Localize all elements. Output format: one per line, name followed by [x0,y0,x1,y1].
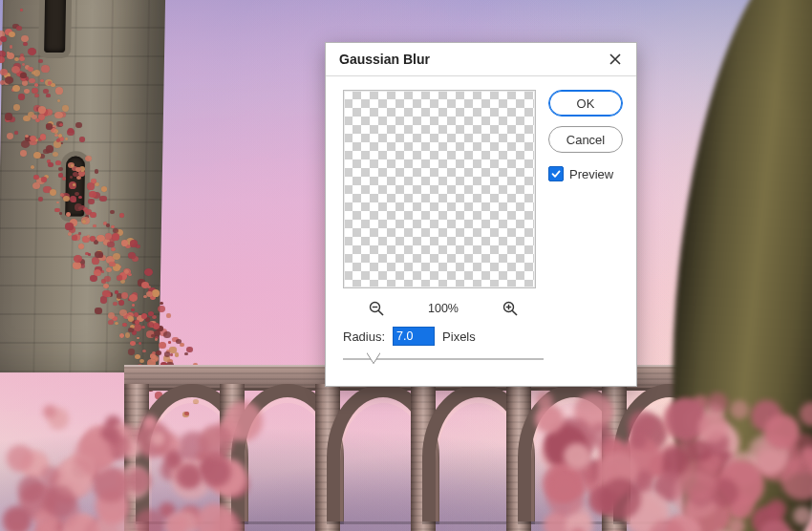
ok-button[interactable]: OK [548,90,623,117]
close-icon [609,53,621,65]
checkmark-icon [551,169,561,179]
dialog-titlebar[interactable]: Gaussian Blur [326,43,636,76]
zoom-in-icon [502,300,519,317]
cancel-button-label: Cancel [566,133,605,147]
stone-bridge [124,365,716,531]
radius-row: Radius: Pixels [343,327,623,346]
radius-slider[interactable] [343,350,544,369]
ok-button-label: OK [577,96,595,111]
preview-checkbox-label: Preview [569,167,613,181]
zoom-in-button[interactable] [502,300,519,317]
svg-line-4 [512,310,517,315]
zoom-controls: 100% [343,298,544,327]
radius-input[interactable] [393,327,435,346]
gaussian-blur-dialog: Gaussian Blur 100% [325,42,637,387]
svg-line-1 [378,310,383,315]
slider-thumb[interactable] [367,352,380,363]
preview-checkbox[interactable] [548,166,564,181]
radius-unit: Pixels [442,329,476,344]
castle-tower [0,0,166,372]
preview-checkbox-row[interactable]: Preview [548,166,623,181]
radius-label: Radius: [343,329,385,344]
dialog-title: Gaussian Blur [339,52,430,67]
filter-preview[interactable] [343,90,536,288]
cancel-button[interactable]: Cancel [548,126,623,153]
zoom-out-icon [368,300,385,317]
zoom-out-button[interactable] [368,300,385,317]
zoom-percent: 100% [428,302,459,315]
close-button[interactable] [602,46,629,73]
